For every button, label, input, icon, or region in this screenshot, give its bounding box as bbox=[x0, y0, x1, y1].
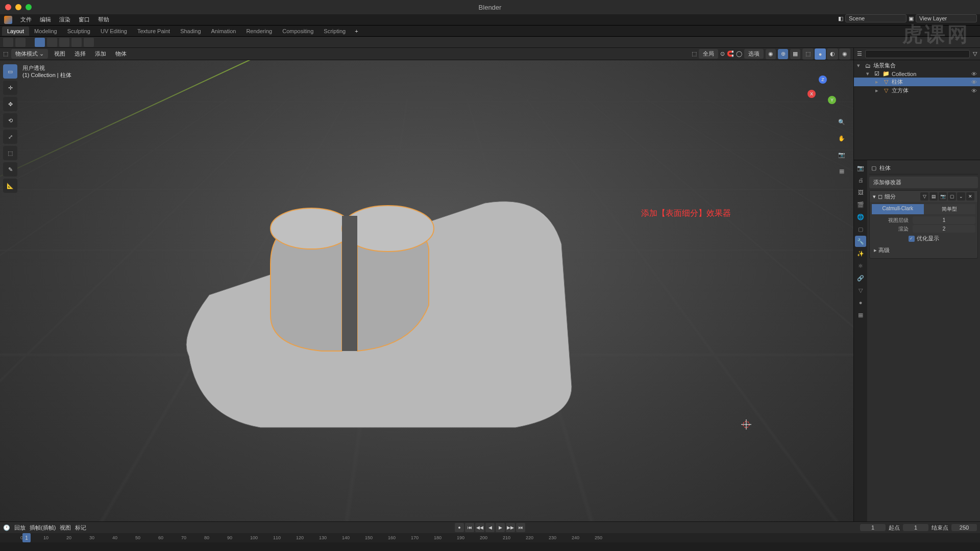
viewport-level-value[interactable]: 1 bbox=[913, 216, 975, 224]
origin-toggle-4[interactable] bbox=[71, 38, 82, 47]
autokey-toggle[interactable]: ● bbox=[455, 523, 464, 532]
prop-tab-render[interactable]: 📷 bbox=[855, 162, 866, 173]
vp-menu-select[interactable]: 选择 bbox=[71, 49, 89, 59]
shading-solid[interactable]: ● bbox=[815, 48, 826, 60]
gizmo-toggle[interactable]: ⊕ bbox=[778, 49, 788, 59]
jump-start[interactable]: ⏮ bbox=[465, 523, 474, 532]
tab-texturepaint[interactable]: Texture Paint bbox=[132, 27, 175, 36]
outliner-item-cube[interactable]: ▸▽立方体 👁 bbox=[854, 86, 980, 95]
cursor-icon[interactable] bbox=[3, 38, 13, 47]
shading-rendered[interactable]: ◉ bbox=[839, 48, 850, 60]
tl-menu-playback[interactable]: 回放 bbox=[14, 524, 26, 532]
select-box-icon[interactable] bbox=[15, 38, 26, 47]
tab-uvediting[interactable]: UV Editing bbox=[95, 27, 132, 36]
next-key[interactable]: ▶▶ bbox=[506, 523, 515, 532]
origin-toggle-1[interactable] bbox=[35, 38, 45, 47]
orientation-icon[interactable]: ⬚ bbox=[692, 51, 697, 57]
end-frame[interactable]: 250 bbox=[951, 524, 977, 531]
mod-menu[interactable]: ⌄ bbox=[957, 192, 965, 201]
add-modifier-button[interactable]: 添加修改器 bbox=[869, 177, 978, 188]
proportional-icon[interactable]: ◯ bbox=[736, 51, 742, 57]
playhead[interactable]: 1 bbox=[22, 533, 31, 542]
minimize-window[interactable] bbox=[15, 4, 21, 10]
nav-gizmo[interactable]: X Y Z bbox=[807, 76, 838, 106]
origin-toggle-2[interactable] bbox=[47, 38, 57, 47]
play[interactable]: ▶ bbox=[496, 523, 505, 532]
mod-realtime-toggle[interactable]: ▽ bbox=[920, 192, 928, 201]
tl-menu-view[interactable]: 视图 bbox=[60, 524, 71, 532]
menu-edit[interactable]: 编辑 bbox=[37, 15, 54, 24]
origin-toggle-5[interactable] bbox=[84, 38, 94, 47]
tab-scripting[interactable]: Scripting bbox=[318, 27, 351, 36]
tool-scale[interactable]: ⤢ bbox=[3, 130, 17, 144]
shading-material[interactable]: ◐ bbox=[827, 48, 838, 60]
viewlayer-name[interactable]: View Layer bbox=[916, 14, 977, 22]
add-workspace[interactable]: + bbox=[351, 27, 362, 36]
tool-cursor[interactable]: ✛ bbox=[3, 81, 17, 95]
viewport-3d[interactable]: 用户透视 (1) Collection | 柱体 ▭ ✛ ✥ ⟲ ⤢ ⬚ ✎ 📐 bbox=[0, 60, 853, 521]
menu-help[interactable]: 帮助 bbox=[95, 15, 112, 24]
mod-render-toggle[interactable]: 📷 bbox=[939, 192, 947, 201]
timeline-track[interactable] bbox=[0, 542, 980, 551]
menu-file[interactable]: 文件 bbox=[17, 15, 35, 24]
optimal-display-checkbox[interactable]: ✓ bbox=[909, 236, 915, 242]
modifier-name[interactable]: 细分 bbox=[885, 193, 896, 201]
tl-menu-keying[interactable]: 插帧(插帧) bbox=[30, 524, 56, 532]
filter-icon[interactable]: ▽ bbox=[973, 51, 977, 57]
orientation-dropdown[interactable]: 全局 bbox=[699, 49, 718, 59]
visibility-toggle[interactable]: 👁 bbox=[971, 79, 977, 85]
prop-tab-constraint[interactable]: 🔗 bbox=[855, 272, 866, 284]
tool-rotate[interactable]: ⟲ bbox=[3, 113, 17, 128]
tab-rendering[interactable]: Rendering bbox=[241, 27, 277, 36]
mod-delete[interactable]: ✕ bbox=[966, 192, 974, 201]
subdiv-catmull[interactable]: Catmull-Clark bbox=[872, 204, 924, 214]
outliner-collection[interactable]: ▾☑📁Collection 👁 bbox=[854, 70, 980, 78]
visibility-toggle[interactable]: 👁 bbox=[971, 88, 977, 94]
breadcrumb-object[interactable]: 柱体 bbox=[879, 164, 891, 172]
xray-toggle[interactable]: ▦ bbox=[790, 49, 800, 59]
outliner-search[interactable] bbox=[865, 50, 970, 58]
collapse-toggle[interactable]: ▾ bbox=[873, 193, 876, 200]
play-reverse[interactable]: ◀ bbox=[485, 523, 495, 532]
close-window[interactable] bbox=[5, 4, 11, 10]
advanced-toggle[interactable]: ▸ 高级 bbox=[872, 244, 975, 256]
outliner-scene-collection[interactable]: ▾🗂场景集合 bbox=[854, 61, 980, 70]
menu-render[interactable]: 渲染 bbox=[56, 15, 74, 24]
zoom-icon[interactable]: 🔍 bbox=[836, 116, 847, 128]
start-frame[interactable]: 1 bbox=[903, 524, 928, 531]
axis-z[interactable]: Z bbox=[819, 76, 827, 84]
snap-icon[interactable]: 🧲 bbox=[727, 51, 734, 57]
jump-end[interactable]: ⏭ bbox=[516, 523, 525, 532]
options-dropdown[interactable]: 选项 bbox=[744, 49, 764, 59]
prop-tab-material[interactable]: ● bbox=[855, 297, 866, 308]
prop-tab-viewlayer[interactable]: 🖼 bbox=[855, 187, 866, 198]
mode-dropdown[interactable]: 物体模式 ⌄ bbox=[11, 49, 48, 59]
prop-tab-world[interactable]: 🌐 bbox=[855, 211, 866, 222]
timeline-ruler[interactable]: 1 01020304050607080901001101201301401501… bbox=[0, 533, 980, 542]
tab-sculpting[interactable]: Sculpting bbox=[62, 27, 95, 36]
overlay-toggle[interactable]: ◉ bbox=[766, 49, 776, 59]
menu-window[interactable]: 窗口 bbox=[76, 15, 93, 24]
outliner-item-cylinder[interactable]: ▸▽柱体 👁 bbox=[854, 78, 980, 86]
tool-move[interactable]: ✥ bbox=[3, 97, 17, 111]
mod-cage-toggle[interactable]: ▢ bbox=[948, 192, 956, 201]
prop-tab-scene[interactable]: 🎬 bbox=[855, 199, 866, 210]
origin-toggle-3[interactable] bbox=[59, 38, 69, 47]
prop-tab-modifier[interactable]: 🔧 bbox=[855, 236, 866, 247]
pivot-icon[interactable]: ⊙ bbox=[720, 51, 725, 57]
timeline-type-icon[interactable]: 🕐 bbox=[3, 524, 10, 531]
prop-tab-mesh[interactable]: ▽ bbox=[855, 285, 866, 296]
axis-y[interactable]: Y bbox=[828, 96, 836, 104]
visibility-toggle[interactable]: 👁 bbox=[971, 71, 977, 77]
render-level-value[interactable]: 2 bbox=[913, 225, 975, 233]
pan-icon[interactable]: ✋ bbox=[836, 133, 847, 144]
axis-x[interactable]: X bbox=[807, 90, 816, 98]
tool-select[interactable]: ▭ bbox=[3, 64, 17, 79]
editor-type-icon[interactable]: ⬚ bbox=[3, 51, 8, 57]
camera-icon[interactable]: 📷 bbox=[836, 149, 847, 160]
current-frame[interactable]: 1 bbox=[860, 524, 886, 531]
prop-tab-output[interactable]: 🖨 bbox=[855, 174, 866, 186]
prop-tab-physics[interactable]: ⚛ bbox=[855, 260, 866, 271]
scene-name[interactable]: Scene bbox=[845, 14, 906, 22]
tool-transform[interactable]: ⬚ bbox=[3, 146, 17, 160]
